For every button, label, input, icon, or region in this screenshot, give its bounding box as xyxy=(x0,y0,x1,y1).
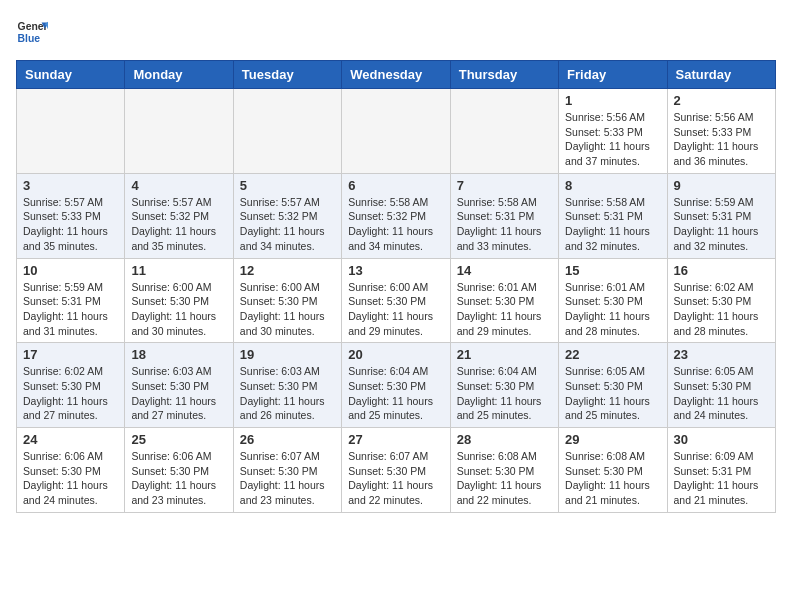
calendar-day-cell: 21Sunrise: 6:04 AM Sunset: 5:30 PM Dayli… xyxy=(450,343,558,428)
day-number: 9 xyxy=(674,178,769,193)
calendar-day-cell: 30Sunrise: 6:09 AM Sunset: 5:31 PM Dayli… xyxy=(667,428,775,513)
calendar-day-cell: 27Sunrise: 6:07 AM Sunset: 5:30 PM Dayli… xyxy=(342,428,450,513)
calendar-day-cell: 28Sunrise: 6:08 AM Sunset: 5:30 PM Dayli… xyxy=(450,428,558,513)
day-info: Sunrise: 5:58 AM Sunset: 5:31 PM Dayligh… xyxy=(457,195,552,254)
calendar-day-cell: 18Sunrise: 6:03 AM Sunset: 5:30 PM Dayli… xyxy=(125,343,233,428)
calendar-day-cell: 4Sunrise: 5:57 AM Sunset: 5:32 PM Daylig… xyxy=(125,173,233,258)
calendar-day-cell: 10Sunrise: 5:59 AM Sunset: 5:31 PM Dayli… xyxy=(17,258,125,343)
day-info: Sunrise: 5:57 AM Sunset: 5:32 PM Dayligh… xyxy=(240,195,335,254)
calendar-week-row: 17Sunrise: 6:02 AM Sunset: 5:30 PM Dayli… xyxy=(17,343,776,428)
calendar-day-cell: 5Sunrise: 5:57 AM Sunset: 5:32 PM Daylig… xyxy=(233,173,341,258)
day-info: Sunrise: 6:03 AM Sunset: 5:30 PM Dayligh… xyxy=(240,364,335,423)
day-number: 17 xyxy=(23,347,118,362)
calendar-day-cell: 25Sunrise: 6:06 AM Sunset: 5:30 PM Dayli… xyxy=(125,428,233,513)
day-number: 2 xyxy=(674,93,769,108)
day-info: Sunrise: 6:00 AM Sunset: 5:30 PM Dayligh… xyxy=(240,280,335,339)
empty-cell xyxy=(233,89,341,174)
calendar-day-cell: 3Sunrise: 5:57 AM Sunset: 5:33 PM Daylig… xyxy=(17,173,125,258)
day-number: 1 xyxy=(565,93,660,108)
column-header-monday: Monday xyxy=(125,61,233,89)
day-info: Sunrise: 6:01 AM Sunset: 5:30 PM Dayligh… xyxy=(457,280,552,339)
day-info: Sunrise: 5:57 AM Sunset: 5:32 PM Dayligh… xyxy=(131,195,226,254)
day-number: 30 xyxy=(674,432,769,447)
calendar-week-row: 1Sunrise: 5:56 AM Sunset: 5:33 PM Daylig… xyxy=(17,89,776,174)
day-number: 4 xyxy=(131,178,226,193)
day-info: Sunrise: 6:04 AM Sunset: 5:30 PM Dayligh… xyxy=(457,364,552,423)
calendar-week-row: 3Sunrise: 5:57 AM Sunset: 5:33 PM Daylig… xyxy=(17,173,776,258)
day-info: Sunrise: 5:56 AM Sunset: 5:33 PM Dayligh… xyxy=(674,110,769,169)
svg-text:Blue: Blue xyxy=(18,33,41,44)
day-number: 13 xyxy=(348,263,443,278)
calendar-day-cell: 9Sunrise: 5:59 AM Sunset: 5:31 PM Daylig… xyxy=(667,173,775,258)
column-header-friday: Friday xyxy=(559,61,667,89)
calendar-day-cell: 16Sunrise: 6:02 AM Sunset: 5:30 PM Dayli… xyxy=(667,258,775,343)
day-info: Sunrise: 6:00 AM Sunset: 5:30 PM Dayligh… xyxy=(348,280,443,339)
day-number: 27 xyxy=(348,432,443,447)
day-info: Sunrise: 6:08 AM Sunset: 5:30 PM Dayligh… xyxy=(565,449,660,508)
calendar-day-cell: 11Sunrise: 6:00 AM Sunset: 5:30 PM Dayli… xyxy=(125,258,233,343)
empty-cell xyxy=(342,89,450,174)
calendar-day-cell: 17Sunrise: 6:02 AM Sunset: 5:30 PM Dayli… xyxy=(17,343,125,428)
day-number: 25 xyxy=(131,432,226,447)
calendar-table: SundayMondayTuesdayWednesdayThursdayFrid… xyxy=(16,60,776,513)
calendar-day-cell: 24Sunrise: 6:06 AM Sunset: 5:30 PM Dayli… xyxy=(17,428,125,513)
day-info: Sunrise: 5:59 AM Sunset: 5:31 PM Dayligh… xyxy=(674,195,769,254)
empty-cell xyxy=(17,89,125,174)
day-number: 18 xyxy=(131,347,226,362)
calendar-day-cell: 2Sunrise: 5:56 AM Sunset: 5:33 PM Daylig… xyxy=(667,89,775,174)
page-header: General Blue xyxy=(16,16,776,48)
day-number: 6 xyxy=(348,178,443,193)
day-info: Sunrise: 6:02 AM Sunset: 5:30 PM Dayligh… xyxy=(674,280,769,339)
day-info: Sunrise: 6:06 AM Sunset: 5:30 PM Dayligh… xyxy=(23,449,118,508)
calendar-day-cell: 29Sunrise: 6:08 AM Sunset: 5:30 PM Dayli… xyxy=(559,428,667,513)
calendar-day-cell: 8Sunrise: 5:58 AM Sunset: 5:31 PM Daylig… xyxy=(559,173,667,258)
logo: General Blue xyxy=(16,16,52,48)
day-info: Sunrise: 5:56 AM Sunset: 5:33 PM Dayligh… xyxy=(565,110,660,169)
day-number: 8 xyxy=(565,178,660,193)
day-info: Sunrise: 6:07 AM Sunset: 5:30 PM Dayligh… xyxy=(240,449,335,508)
day-info: Sunrise: 6:08 AM Sunset: 5:30 PM Dayligh… xyxy=(457,449,552,508)
calendar-day-cell: 14Sunrise: 6:01 AM Sunset: 5:30 PM Dayli… xyxy=(450,258,558,343)
day-info: Sunrise: 6:02 AM Sunset: 5:30 PM Dayligh… xyxy=(23,364,118,423)
calendar-header-row: SundayMondayTuesdayWednesdayThursdayFrid… xyxy=(17,61,776,89)
day-number: 5 xyxy=(240,178,335,193)
column-header-wednesday: Wednesday xyxy=(342,61,450,89)
day-number: 20 xyxy=(348,347,443,362)
calendar-week-row: 10Sunrise: 5:59 AM Sunset: 5:31 PM Dayli… xyxy=(17,258,776,343)
empty-cell xyxy=(450,89,558,174)
day-info: Sunrise: 6:00 AM Sunset: 5:30 PM Dayligh… xyxy=(131,280,226,339)
day-info: Sunrise: 6:07 AM Sunset: 5:30 PM Dayligh… xyxy=(348,449,443,508)
calendar-day-cell: 7Sunrise: 5:58 AM Sunset: 5:31 PM Daylig… xyxy=(450,173,558,258)
day-number: 7 xyxy=(457,178,552,193)
day-number: 22 xyxy=(565,347,660,362)
day-info: Sunrise: 6:01 AM Sunset: 5:30 PM Dayligh… xyxy=(565,280,660,339)
column-header-thursday: Thursday xyxy=(450,61,558,89)
column-header-tuesday: Tuesday xyxy=(233,61,341,89)
day-info: Sunrise: 5:57 AM Sunset: 5:33 PM Dayligh… xyxy=(23,195,118,254)
day-number: 14 xyxy=(457,263,552,278)
calendar-day-cell: 15Sunrise: 6:01 AM Sunset: 5:30 PM Dayli… xyxy=(559,258,667,343)
calendar-day-cell: 1Sunrise: 5:56 AM Sunset: 5:33 PM Daylig… xyxy=(559,89,667,174)
calendar-day-cell: 6Sunrise: 5:58 AM Sunset: 5:32 PM Daylig… xyxy=(342,173,450,258)
day-number: 23 xyxy=(674,347,769,362)
day-info: Sunrise: 5:58 AM Sunset: 5:31 PM Dayligh… xyxy=(565,195,660,254)
day-number: 11 xyxy=(131,263,226,278)
logo-icon: General Blue xyxy=(16,16,48,48)
column-header-saturday: Saturday xyxy=(667,61,775,89)
day-number: 12 xyxy=(240,263,335,278)
day-number: 10 xyxy=(23,263,118,278)
calendar-day-cell: 20Sunrise: 6:04 AM Sunset: 5:30 PM Dayli… xyxy=(342,343,450,428)
day-number: 19 xyxy=(240,347,335,362)
day-number: 29 xyxy=(565,432,660,447)
calendar-day-cell: 12Sunrise: 6:00 AM Sunset: 5:30 PM Dayli… xyxy=(233,258,341,343)
calendar-day-cell: 13Sunrise: 6:00 AM Sunset: 5:30 PM Dayli… xyxy=(342,258,450,343)
day-info: Sunrise: 6:06 AM Sunset: 5:30 PM Dayligh… xyxy=(131,449,226,508)
day-number: 28 xyxy=(457,432,552,447)
day-info: Sunrise: 5:59 AM Sunset: 5:31 PM Dayligh… xyxy=(23,280,118,339)
day-number: 16 xyxy=(674,263,769,278)
day-number: 21 xyxy=(457,347,552,362)
day-info: Sunrise: 6:03 AM Sunset: 5:30 PM Dayligh… xyxy=(131,364,226,423)
day-info: Sunrise: 5:58 AM Sunset: 5:32 PM Dayligh… xyxy=(348,195,443,254)
calendar-week-row: 24Sunrise: 6:06 AM Sunset: 5:30 PM Dayli… xyxy=(17,428,776,513)
day-info: Sunrise: 6:05 AM Sunset: 5:30 PM Dayligh… xyxy=(565,364,660,423)
